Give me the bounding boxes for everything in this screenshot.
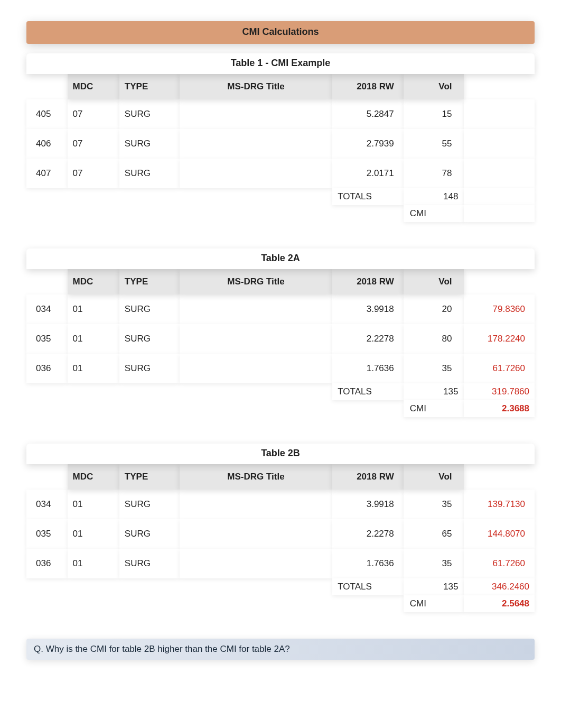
cell-mdc: 01: [68, 324, 119, 354]
cell-mdc: 07: [68, 129, 119, 159]
table-row: 03601SURG1.76363561.7260: [26, 354, 535, 383]
col-vol: Vol: [404, 74, 464, 99]
cell-rw: 3.9918: [332, 294, 403, 324]
cell-rw: 2.2278: [332, 519, 403, 549]
col-drg-blank: [26, 269, 68, 294]
col-title: MS-DRG Title: [180, 464, 333, 490]
col-title: MS-DRG Title: [180, 269, 333, 294]
table-1: MDC TYPE MS-DRG Title 2018 RW Vol 40507S…: [26, 74, 535, 222]
table-1-title: Table 1 - CMI Example: [26, 53, 535, 74]
cell-rw: 5.2847: [332, 99, 403, 129]
cell-type: SURG: [119, 294, 180, 324]
col-type: TYPE: [119, 269, 180, 294]
cell-drg: 035: [26, 324, 68, 354]
cell-calc: [464, 159, 535, 188]
cmi-value: 2.5648: [464, 595, 535, 612]
col-type: TYPE: [119, 464, 180, 490]
cell-title: [180, 490, 333, 519]
col-drg-blank: [26, 464, 68, 490]
cell-title: [180, 354, 333, 383]
cell-mdc: 01: [68, 490, 119, 519]
col-mdc: MDC: [68, 269, 119, 294]
cell-mdc: 07: [68, 99, 119, 129]
totals-label: TOTALS: [332, 383, 403, 400]
cell-vol: 80: [404, 324, 464, 354]
cell-calc: 139.7130: [464, 490, 535, 519]
cmi-label: CMI: [404, 205, 464, 222]
cell-calc: [464, 99, 535, 129]
cell-type: SURG: [119, 549, 180, 578]
cell-calc: 79.8360: [464, 294, 535, 324]
col-calc-blank: [464, 464, 535, 490]
col-mdc: MDC: [68, 464, 119, 490]
cell-calc: 61.7260: [464, 549, 535, 578]
table-2a: MDC TYPE MS-DRG Title 2018 RW Vol 03401S…: [26, 269, 535, 417]
cell-type: SURG: [119, 159, 180, 188]
cell-title: [180, 519, 333, 549]
question-text: Q. Why is the CMI for table 2B higher th…: [26, 639, 535, 660]
cell-type: SURG: [119, 324, 180, 354]
cell-mdc: 01: [68, 519, 119, 549]
cell-vol: 20: [404, 294, 464, 324]
cell-type: SURG: [119, 490, 180, 519]
cell-title: [180, 159, 333, 188]
cmi-label: CMI: [404, 595, 464, 612]
table-2a-title: Table 2A: [26, 248, 535, 269]
cell-drg: 407: [26, 159, 68, 188]
col-drg-blank: [26, 74, 68, 99]
col-rw: 2018 RW: [332, 74, 403, 99]
col-vol: Vol: [404, 464, 464, 490]
table-row: 03601SURG1.76363561.7260: [26, 549, 535, 578]
table-2a-block: Table 2A MDC TYPE MS-DRG Title 2018 RW V…: [26, 248, 535, 417]
cell-mdc: 01: [68, 549, 119, 578]
table-row: 03501SURG2.227865144.8070: [26, 519, 535, 549]
cell-mdc: 01: [68, 294, 119, 324]
table-row: 03401SURG3.991835139.7130: [26, 490, 535, 519]
cell-vol: 55: [404, 129, 464, 159]
col-mdc: MDC: [68, 74, 119, 99]
cell-drg: 035: [26, 519, 68, 549]
cell-rw: 1.7636: [332, 549, 403, 578]
col-calc-blank: [464, 269, 535, 294]
cell-vol: 35: [404, 490, 464, 519]
table-row: 40507SURG5.284715: [26, 99, 535, 129]
cell-vol: 35: [404, 354, 464, 383]
cell-drg: 036: [26, 549, 68, 578]
totals-label: TOTALS: [332, 188, 403, 205]
table-1-block: Table 1 - CMI Example MDC TYPE MS-DRG Ti…: [26, 53, 535, 222]
cell-type: SURG: [119, 519, 180, 549]
cell-title: [180, 549, 333, 578]
totals-calc: 346.2460: [464, 578, 535, 595]
cell-vol: 35: [404, 549, 464, 578]
cell-type: SURG: [119, 354, 180, 383]
cell-calc: 178.2240: [464, 324, 535, 354]
cell-title: [180, 324, 333, 354]
cell-rw: 2.7939: [332, 129, 403, 159]
cell-calc: 144.8070: [464, 519, 535, 549]
cell-drg: 405: [26, 99, 68, 129]
col-title: MS-DRG Title: [180, 74, 333, 99]
cell-drg: 034: [26, 490, 68, 519]
table-2b-block: Table 2B MDC TYPE MS-DRG Title 2018 RW V…: [26, 444, 535, 612]
cell-rw: 1.7636: [332, 354, 403, 383]
totals-calc: [464, 188, 535, 205]
cell-title: [180, 99, 333, 129]
table-row: 40607SURG2.793955: [26, 129, 535, 159]
table-2b: MDC TYPE MS-DRG Title 2018 RW Vol 03401S…: [26, 464, 535, 612]
cell-title: [180, 294, 333, 324]
col-rw: 2018 RW: [332, 464, 403, 490]
col-type: TYPE: [119, 74, 180, 99]
cell-rw: 3.9918: [332, 490, 403, 519]
col-calc-blank: [464, 74, 535, 99]
table-row: 03401SURG3.99182079.8360: [26, 294, 535, 324]
col-vol: Vol: [404, 269, 464, 294]
cell-rw: 2.2278: [332, 324, 403, 354]
cell-vol: 78: [404, 159, 464, 188]
totals-calc: 319.7860: [464, 383, 535, 400]
cell-type: SURG: [119, 99, 180, 129]
cell-rw: 2.0171: [332, 159, 403, 188]
cell-drg: 034: [26, 294, 68, 324]
table-row: 03501SURG2.227880178.2240: [26, 324, 535, 354]
cmi-label: CMI: [404, 400, 464, 417]
totals-vol: 135: [404, 383, 464, 400]
